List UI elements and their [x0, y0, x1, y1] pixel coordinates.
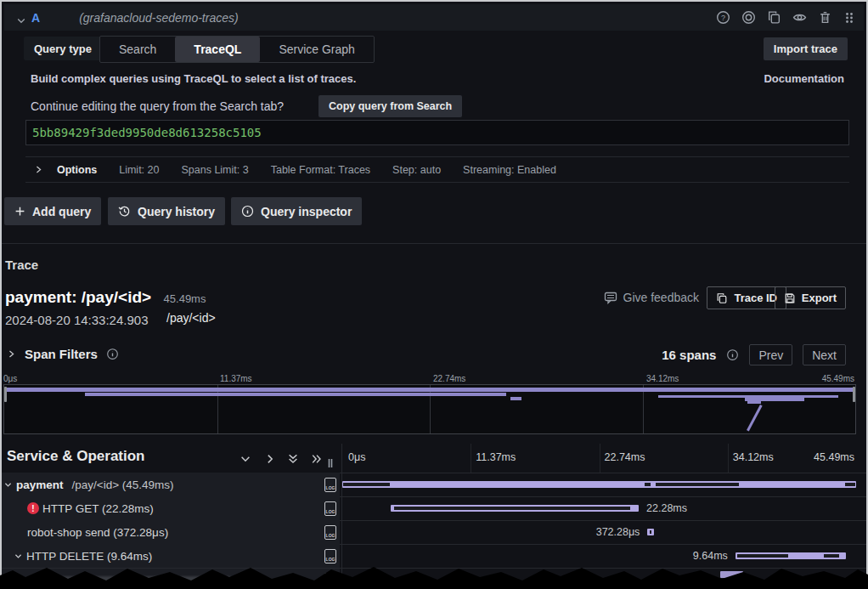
- span-bar[interactable]: [647, 529, 653, 535]
- copy-icon[interactable]: [767, 10, 781, 25]
- minimap-tick: 45.49ms: [822, 374, 854, 383]
- copy-query-from-search-button[interactable]: Copy query from Search: [318, 95, 462, 117]
- axis-tick: 0μs: [348, 451, 365, 463]
- axis-tick: 11.37ms: [476, 451, 516, 463]
- import-trace-button[interactable]: Import trace: [764, 37, 848, 60]
- circle-icon[interactable]: [741, 10, 756, 25]
- option-item: Step: auto: [392, 164, 441, 176]
- info-circle-icon: [726, 348, 739, 361]
- minimap-span-bar: [4, 388, 855, 392]
- minimap-diagonal-connector: [747, 405, 763, 431]
- axis-tick: 45.49ms: [814, 451, 854, 463]
- traceql-hint-text: Build complex queries using TraceQL to s…: [31, 72, 356, 85]
- tab-traceql[interactable]: TraceQL: [175, 37, 260, 62]
- trace-panel-title: Trace: [5, 258, 38, 272]
- minimap-tick: 0μs: [3, 374, 17, 383]
- column-resize-handle[interactable]: [327, 459, 334, 467]
- minimap-tick: 22.74ms: [433, 374, 465, 383]
- span-duration-label: 372.28μs: [596, 526, 640, 538]
- waterfall-header: Service & Operation 0μs 11.37ms 22.74ms …: [2, 444, 866, 473]
- span-timeline-cell[interactable]: 22.28ms: [342, 496, 856, 520]
- query-type-tabs: SearchTraceQLService Graph: [99, 36, 375, 63]
- span-bar[interactable]: [342, 481, 856, 488]
- expand-all-icon[interactable]: [311, 453, 323, 465]
- span-label-cell[interactable]: payment /pay/<id> (45.49ms) LOG: [2, 473, 340, 496]
- minimap-span-bar: [747, 401, 761, 404]
- prev-button[interactable]: Prev: [749, 344, 792, 365]
- span-row[interactable]: robot-shop send (372.28μs) LOG 372.28μs: [2, 520, 866, 545]
- option-item: Spans Limit: 3: [181, 164, 248, 176]
- span-row[interactable]: payment /pay/<id> (45.49ms) LOG: [2, 473, 866, 497]
- query-inspector-button[interactable]: Query inspector: [231, 197, 362, 225]
- span-expand-chevron-icon[interactable]: [14, 552, 23, 561]
- span-bar[interactable]: [736, 552, 846, 559]
- tab-service-graph[interactable]: Service Graph: [260, 37, 373, 62]
- options-row[interactable]: Options Limit: 20Spans Limit: 3Table For…: [25, 156, 849, 183]
- eye-icon[interactable]: [792, 10, 807, 25]
- expand-one-icon[interactable]: [264, 453, 276, 465]
- option-item: Table Format: Traces: [271, 164, 370, 176]
- copy-id-icon: [716, 292, 728, 304]
- log-icon[interactable]: LOG: [324, 501, 336, 516]
- trash-icon[interactable]: [818, 10, 832, 25]
- continue-editing-text: Continue editing the query from the Sear…: [31, 99, 284, 113]
- error-icon: !: [27, 502, 39, 514]
- help-circle-icon[interactable]: ?: [716, 10, 730, 25]
- log-icon[interactable]: LOG: [324, 478, 336, 492]
- add-query-button[interactable]: Add query: [4, 197, 101, 225]
- log-icon[interactable]: LOG: [324, 525, 336, 540]
- minimap-tick: 11.37ms: [220, 374, 252, 383]
- collapse-one-icon[interactable]: [240, 453, 251, 465]
- service-operation-header: Service & Operation: [7, 448, 145, 465]
- query-ref-id[interactable]: A: [31, 11, 40, 25]
- give-feedback-link[interactable]: Give feedback: [604, 291, 700, 304]
- query-type-label: Query type: [24, 37, 102, 60]
- history-icon: [118, 205, 131, 218]
- span-operation-text: /pay/<id> (45.49ms): [72, 479, 174, 491]
- query-text: 5bb89429f3ded9950de8d613258c5105: [32, 126, 262, 139]
- span-expand-chevron-icon[interactable]: [3, 480, 13, 490]
- save-icon: [784, 292, 796, 304]
- trace-title: payment: /pay/<id>: [5, 288, 151, 306]
- query-history-button[interactable]: Query history: [108, 197, 225, 225]
- trace-minimap[interactable]: [3, 384, 856, 434]
- span-service-name: payment: [16, 479, 64, 491]
- svg-text:?: ?: [721, 14, 725, 22]
- next-button[interactable]: Next: [803, 344, 846, 365]
- axis-tick: 34.12ms: [733, 451, 774, 463]
- minimap-axis: 0μs11.37ms22.74ms34.12ms45.49ms: [0, 374, 868, 384]
- trace-subtitle: /pay/<id>: [166, 311, 216, 325]
- minimap-right-handle[interactable]: [853, 387, 855, 402]
- span-bar[interactable]: [391, 505, 639, 512]
- span-filters-chevron-icon: [7, 349, 16, 359]
- options-chevron-icon[interactable]: [34, 165, 43, 174]
- span-timeline-cell[interactable]: 372.28μs: [342, 520, 856, 544]
- span-filters-toggle[interactable]: Span Filters: [7, 347, 119, 361]
- collapse-query-chevron-icon[interactable]: [16, 15, 26, 25]
- drag-handle-icon[interactable]: [843, 11, 855, 25]
- info-circle-icon: [106, 348, 119, 360]
- span-label-cell[interactable]: robot-shop send (372.28μs) LOG: [2, 520, 340, 544]
- minimap-span-bar: [85, 393, 506, 396]
- datasource-name: (grafanacloud-sedemo-traces): [79, 11, 239, 25]
- minimap-span-bar: [510, 397, 521, 400]
- trace-duration: 45.49ms: [164, 292, 206, 305]
- span-count: 16 spans: [662, 348, 716, 362]
- export-button[interactable]: Export: [775, 286, 846, 309]
- query-row-header: A (grafanacloud-sedemo-traces) ?: [4, 4, 864, 31]
- minimap-left-handle[interactable]: [4, 387, 7, 402]
- span-duration-label: 22.28ms: [646, 502, 687, 514]
- axis-tick: 22.74ms: [605, 451, 645, 463]
- span-operation-text: HTTP GET (22.28ms): [42, 502, 154, 515]
- option-item: Limit: 20: [119, 164, 159, 176]
- grafana-traceql-view: A (grafanacloud-sedemo-traces) ? Qu: [0, 0, 868, 589]
- traceql-query-editor[interactable]: 5bb89429f3ded9950de8d613258c5105: [25, 120, 849, 145]
- documentation-link[interactable]: Documentation: [764, 72, 844, 85]
- info-circle-icon: [241, 205, 254, 218]
- span-timeline-cell[interactable]: [342, 473, 856, 496]
- plus-icon: [14, 206, 25, 217]
- span-label-cell[interactable]: ! HTTP GET (22.28ms) LOG: [2, 496, 340, 520]
- tab-search[interactable]: Search: [100, 37, 175, 62]
- collapse-all-icon[interactable]: [287, 453, 299, 465]
- span-row[interactable]: ! HTTP GET (22.28ms) LOG 22.28ms: [2, 496, 866, 521]
